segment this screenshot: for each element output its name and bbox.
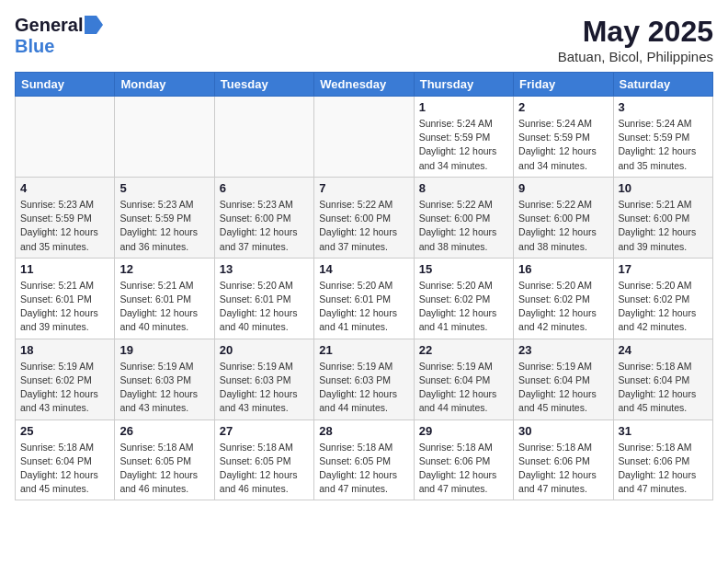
day-info: Sunrise: 5:19 AM Sunset: 6:04 PM Dayligh…: [419, 360, 508, 416]
calendar-header-tuesday: Tuesday: [214, 73, 313, 97]
day-info: Sunrise: 5:18 AM Sunset: 6:06 PM Dayligh…: [619, 441, 708, 497]
header: General Blue May 2025 Batuan, Bicol, Phi…: [15, 15, 713, 64]
calendar-cell: 29Sunrise: 5:18 AM Sunset: 6:06 PM Dayli…: [414, 419, 513, 500]
day-number: 17: [619, 262, 708, 276]
calendar: SundayMondayTuesdayWednesdayThursdayFrid…: [15, 72, 713, 500]
day-number: 3: [619, 100, 708, 114]
calendar-cell: 18Sunrise: 5:19 AM Sunset: 6:02 PM Dayli…: [16, 339, 115, 419]
day-info: Sunrise: 5:20 AM Sunset: 6:02 PM Dayligh…: [419, 279, 508, 335]
day-number: 16: [518, 262, 608, 276]
day-number: 29: [419, 424, 508, 438]
subtitle: Batuan, Bicol, Philippines: [558, 49, 713, 64]
day-number: 2: [518, 100, 608, 114]
calendar-header-thursday: Thursday: [414, 73, 513, 97]
day-info: Sunrise: 5:24 AM Sunset: 5:59 PM Dayligh…: [518, 117, 608, 173]
calendar-cell: 24Sunrise: 5:18 AM Sunset: 6:04 PM Dayli…: [613, 339, 712, 419]
day-number: 4: [20, 181, 109, 195]
day-number: 24: [619, 343, 708, 357]
calendar-cell: [314, 97, 414, 178]
day-info: Sunrise: 5:18 AM Sunset: 6:05 PM Dayligh…: [119, 441, 209, 497]
calendar-cell: 21Sunrise: 5:19 AM Sunset: 6:03 PM Dayli…: [314, 339, 414, 419]
day-number: 27: [220, 424, 309, 438]
day-number: 30: [518, 424, 608, 438]
calendar-cell: 17Sunrise: 5:20 AM Sunset: 6:02 PM Dayli…: [613, 258, 712, 339]
day-number: 7: [319, 181, 408, 195]
calendar-cell: 2Sunrise: 5:24 AM Sunset: 5:59 PM Daylig…: [514, 97, 613, 178]
day-number: 13: [220, 262, 309, 276]
calendar-cell: 19Sunrise: 5:19 AM Sunset: 6:03 PM Dayli…: [115, 339, 214, 419]
day-number: 9: [518, 181, 608, 195]
logo-blue-text: Blue: [15, 36, 54, 56]
calendar-header-row: SundayMondayTuesdayWednesdayThursdayFrid…: [16, 73, 713, 97]
title-area: May 2025 Batuan, Bicol, Philippines: [558, 15, 713, 64]
day-number: 21: [319, 343, 408, 357]
day-number: 25: [20, 424, 109, 438]
day-info: Sunrise: 5:18 AM Sunset: 6:04 PM Dayligh…: [20, 441, 109, 497]
calendar-cell: 8Sunrise: 5:22 AM Sunset: 6:00 PM Daylig…: [414, 177, 513, 258]
calendar-cell: 10Sunrise: 5:21 AM Sunset: 6:00 PM Dayli…: [613, 177, 712, 258]
logo: General Blue: [15, 15, 103, 57]
day-number: 11: [20, 262, 109, 276]
day-number: 15: [419, 262, 508, 276]
calendar-week-row: 4Sunrise: 5:23 AM Sunset: 5:59 PM Daylig…: [16, 177, 713, 258]
calendar-header-wednesday: Wednesday: [314, 73, 414, 97]
day-info: Sunrise: 5:18 AM Sunset: 6:04 PM Dayligh…: [619, 360, 708, 416]
day-info: Sunrise: 5:20 AM Sunset: 6:01 PM Dayligh…: [220, 279, 309, 335]
calendar-cell: 26Sunrise: 5:18 AM Sunset: 6:05 PM Dayli…: [115, 419, 214, 500]
calendar-cell: 23Sunrise: 5:19 AM Sunset: 6:04 PM Dayli…: [514, 339, 613, 419]
day-number: 20: [220, 343, 309, 357]
day-info: Sunrise: 5:22 AM Sunset: 6:00 PM Dayligh…: [518, 198, 608, 254]
day-number: 18: [20, 343, 109, 357]
day-info: Sunrise: 5:24 AM Sunset: 5:59 PM Dayligh…: [419, 117, 508, 173]
day-info: Sunrise: 5:20 AM Sunset: 6:02 PM Dayligh…: [518, 279, 608, 335]
day-info: Sunrise: 5:18 AM Sunset: 6:05 PM Dayligh…: [319, 441, 408, 497]
calendar-cell: 7Sunrise: 5:22 AM Sunset: 6:00 PM Daylig…: [314, 177, 414, 258]
day-number: 12: [119, 262, 209, 276]
day-number: 14: [319, 262, 408, 276]
calendar-cell: [16, 97, 115, 178]
day-info: Sunrise: 5:23 AM Sunset: 5:59 PM Dayligh…: [119, 198, 209, 254]
day-info: Sunrise: 5:21 AM Sunset: 6:00 PM Dayligh…: [619, 198, 708, 254]
day-number: 6: [220, 181, 309, 195]
calendar-cell: [214, 97, 313, 178]
calendar-cell: 4Sunrise: 5:23 AM Sunset: 5:59 PM Daylig…: [16, 177, 115, 258]
day-info: Sunrise: 5:20 AM Sunset: 6:01 PM Dayligh…: [319, 279, 408, 335]
day-info: Sunrise: 5:20 AM Sunset: 6:02 PM Dayligh…: [619, 279, 708, 335]
calendar-cell: 25Sunrise: 5:18 AM Sunset: 6:04 PM Dayli…: [16, 419, 115, 500]
calendar-week-row: 18Sunrise: 5:19 AM Sunset: 6:02 PM Dayli…: [16, 339, 713, 419]
calendar-week-row: 25Sunrise: 5:18 AM Sunset: 6:04 PM Dayli…: [16, 419, 713, 500]
day-info: Sunrise: 5:19 AM Sunset: 6:03 PM Dayligh…: [220, 360, 309, 416]
day-info: Sunrise: 5:18 AM Sunset: 6:06 PM Dayligh…: [419, 441, 508, 497]
day-number: 31: [619, 424, 708, 438]
calendar-cell: 15Sunrise: 5:20 AM Sunset: 6:02 PM Dayli…: [414, 258, 513, 339]
calendar-cell: 27Sunrise: 5:18 AM Sunset: 6:05 PM Dayli…: [214, 419, 313, 500]
day-number: 28: [319, 424, 408, 438]
calendar-cell: 16Sunrise: 5:20 AM Sunset: 6:02 PM Dayli…: [514, 258, 613, 339]
day-number: 10: [619, 181, 708, 195]
calendar-week-row: 11Sunrise: 5:21 AM Sunset: 6:01 PM Dayli…: [16, 258, 713, 339]
day-info: Sunrise: 5:18 AM Sunset: 6:06 PM Dayligh…: [518, 441, 608, 497]
calendar-cell: 3Sunrise: 5:24 AM Sunset: 5:59 PM Daylig…: [613, 97, 712, 178]
day-info: Sunrise: 5:22 AM Sunset: 6:00 PM Dayligh…: [419, 198, 508, 254]
calendar-cell: 5Sunrise: 5:23 AM Sunset: 5:59 PM Daylig…: [115, 177, 214, 258]
day-info: Sunrise: 5:19 AM Sunset: 6:04 PM Dayligh…: [518, 360, 608, 416]
calendar-cell: 31Sunrise: 5:18 AM Sunset: 6:06 PM Dayli…: [613, 419, 712, 500]
day-number: 8: [419, 181, 508, 195]
day-info: Sunrise: 5:18 AM Sunset: 6:05 PM Dayligh…: [220, 441, 309, 497]
day-info: Sunrise: 5:19 AM Sunset: 6:03 PM Dayligh…: [119, 360, 209, 416]
main-title: May 2025: [558, 15, 713, 49]
calendar-cell: 13Sunrise: 5:20 AM Sunset: 6:01 PM Dayli…: [214, 258, 313, 339]
calendar-cell: 6Sunrise: 5:23 AM Sunset: 6:00 PM Daylig…: [214, 177, 313, 258]
calendar-cell: 11Sunrise: 5:21 AM Sunset: 6:01 PM Dayli…: [16, 258, 115, 339]
calendar-cell: 12Sunrise: 5:21 AM Sunset: 6:01 PM Dayli…: [115, 258, 214, 339]
logo-icon: [85, 16, 103, 34]
day-info: Sunrise: 5:23 AM Sunset: 6:00 PM Dayligh…: [220, 198, 309, 254]
calendar-cell: 9Sunrise: 5:22 AM Sunset: 6:00 PM Daylig…: [514, 177, 613, 258]
calendar-cell: 14Sunrise: 5:20 AM Sunset: 6:01 PM Dayli…: [314, 258, 414, 339]
calendar-header-friday: Friday: [514, 73, 613, 97]
logo-general-text: General: [15, 15, 83, 36]
calendar-cell: [115, 97, 214, 178]
day-number: 1: [419, 100, 508, 114]
day-info: Sunrise: 5:21 AM Sunset: 6:01 PM Dayligh…: [20, 279, 109, 335]
day-info: Sunrise: 5:21 AM Sunset: 6:01 PM Dayligh…: [119, 279, 209, 335]
